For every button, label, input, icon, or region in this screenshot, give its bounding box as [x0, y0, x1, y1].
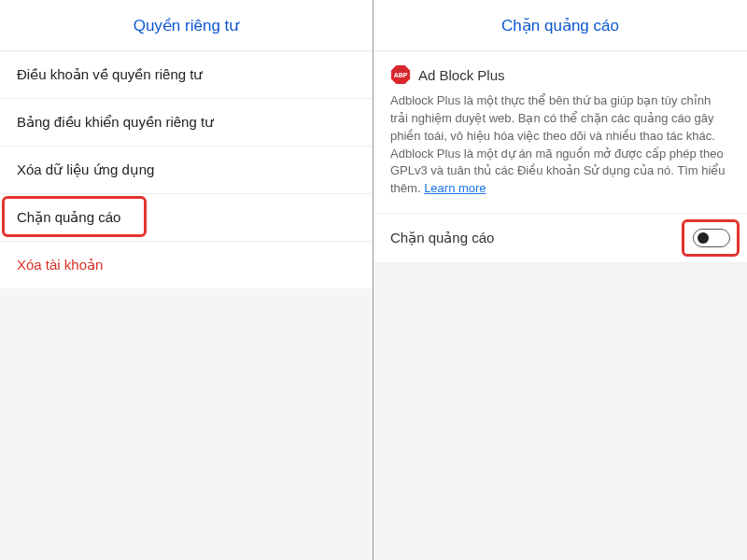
abp-description: Adblock Plus là một thực thể bên thứ ba … — [390, 92, 730, 198]
ad-block-toggle-row: Chặn quảng cáo — [374, 214, 747, 263]
left-header: Quyền riêng tư — [0, 0, 373, 51]
list-item-label: Bảng điều khiển quyền riêng tư — [17, 114, 214, 130]
abp-title-row: ABP Ad Block Plus — [390, 64, 730, 85]
ad-block-toggle[interactable] — [693, 229, 730, 247]
left-header-title: Quyền riêng tư — [134, 16, 240, 35]
toggle-knob — [698, 232, 709, 244]
right-content: ABP Ad Block Plus Adblock Plus là một th… — [374, 51, 747, 560]
abp-icon: ABP — [390, 64, 411, 85]
ad-block-settings-panel: Chặn quảng cáo ABP Ad Block Plus Adblock… — [374, 0, 747, 560]
list-item-label: Điều khoản về quyền riêng tư — [17, 66, 203, 82]
toggle-label: Chặn quảng cáo — [390, 230, 494, 246]
privacy-dashboard-item[interactable]: Bảng điều khiển quyền riêng tư — [0, 99, 373, 147]
privacy-terms-item[interactable]: Điều khoản về quyền riêng tư — [0, 51, 373, 99]
delete-account-item[interactable]: Xóa tài khoản — [0, 242, 373, 288]
list-item-label: Chặn quảng cáo — [17, 209, 120, 225]
clear-app-data-item[interactable]: Xóa dữ liệu ứng dụng — [0, 147, 373, 194]
ad-block-item[interactable]: Chặn quảng cáo — [0, 194, 373, 242]
right-header: Chặn quảng cáo — [374, 0, 747, 51]
abp-title: Ad Block Plus — [418, 67, 505, 83]
learn-more-link[interactable]: Learn more — [424, 181, 486, 195]
abp-description-block: ABP Ad Block Plus Adblock Plus là một th… — [374, 51, 747, 214]
privacy-settings-panel: Quyền riêng tư Điều khoản về quyền riêng… — [0, 0, 374, 560]
svg-text:ABP: ABP — [394, 72, 408, 78]
left-content: Điều khoản về quyền riêng tư Bảng điều k… — [0, 51, 373, 560]
right-header-title: Chặn quảng cáo — [501, 16, 619, 35]
list-item-label: Xóa dữ liệu ứng dụng — [17, 161, 154, 177]
list-item-label: Xóa tài khoản — [17, 257, 103, 273]
abp-description-text: Adblock Plus là một thực thể bên thứ ba … — [390, 93, 726, 195]
